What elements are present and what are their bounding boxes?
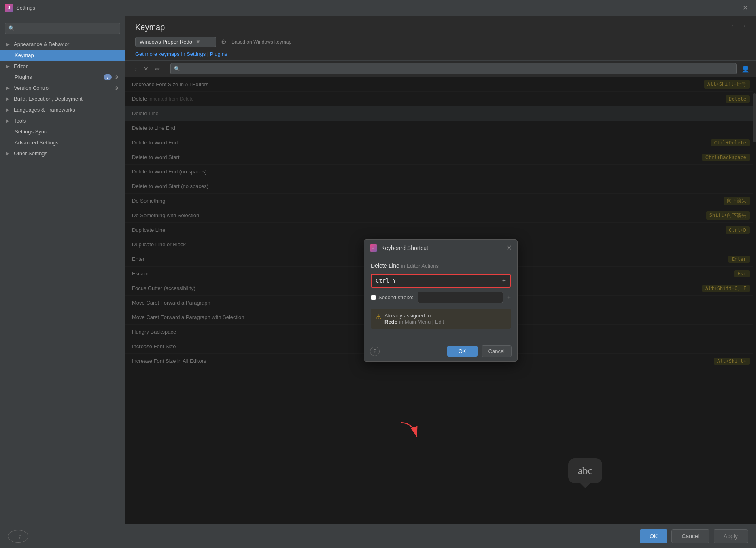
warning-section: ⚠ Already assigned to: Redo in Main Menu… — [371, 309, 511, 329]
second-stroke-checkbox-label[interactable]: Second stroke: — [371, 294, 414, 300]
bottom-buttons: OK Cancel Apply — [640, 529, 748, 543]
keyboard-shortcut-modal: J Keyboard Shortcut ✕ Delete Line in Edi… — [364, 239, 518, 362]
toolbar-search[interactable]: 🔍 — [170, 63, 737, 74]
keymap-dropdown[interactable]: Windows Proper Redo ▼ — [135, 37, 216, 47]
expand-arrow-icon: ▶ — [6, 64, 11, 68]
get-more-links: Get more keymaps in Settings | Plugins — [135, 51, 746, 57]
expand-arrow-icon: ▶ — [6, 86, 11, 90]
add-shortcut-button[interactable]: + — [502, 277, 506, 284]
nav-forward-button[interactable]: → — [741, 23, 746, 29]
second-stroke-row: Second stroke: + — [371, 292, 511, 303]
expand-all-button[interactable]: ↕ — [132, 64, 140, 74]
shortcut-input-row[interactable]: Ctrl+Y + — [371, 274, 511, 288]
expand-arrow-icon: ▶ — [6, 118, 11, 123]
sidebar: 🔍 ▶ Appearance & Behavior Keymap ▶ Edito… — [0, 16, 125, 524]
sidebar-item-label: Languages & Frameworks — [14, 107, 119, 113]
sidebar-item-label: Advanced Settings — [15, 140, 119, 146]
sidebar-item-tools[interactable]: ▶ Tools — [0, 115, 125, 126]
settings-icon[interactable]: ⚙ — [114, 85, 119, 91]
dropdown-arrow-icon: ▼ — [195, 39, 201, 45]
collapse-all-button[interactable]: ✕ — [141, 64, 151, 74]
sidebar-item-version-control[interactable]: ▶ Version Control ⚙ — [0, 83, 125, 93]
modal-title: Keyboard Shortcut — [381, 245, 502, 251]
second-stroke-input[interactable] — [418, 292, 503, 303]
plugins-settings-icon[interactable]: ⚙ — [114, 74, 119, 80]
sidebar-item-label: Tools — [14, 118, 119, 124]
modal-overlay: J Keyboard Shortcut ✕ Delete Line in Edi… — [125, 77, 756, 524]
shortcut-value: Ctrl+Y — [376, 277, 499, 284]
modal-help-button[interactable]: ? — [370, 347, 380, 356]
modal-ok-button[interactable]: OK — [447, 346, 478, 357]
user-icon[interactable]: 👤 — [741, 65, 750, 73]
expand-arrow-icon: ▶ — [6, 151, 11, 156]
nav-back-button[interactable]: ← — [731, 23, 736, 29]
apply-button[interactable]: Apply — [714, 529, 748, 543]
page-title: Keymap — [135, 23, 165, 32]
window-title: Settings — [16, 5, 35, 11]
sidebar-item-keymap[interactable]: Keymap — [0, 50, 125, 61]
sidebar-item-label: Settings Sync — [15, 129, 119, 135]
plugins-badge: 7 — [104, 74, 112, 80]
sidebar-item-languages-frameworks[interactable]: ▶ Languages & Frameworks — [0, 104, 125, 115]
search-icon: 🔍 — [174, 66, 180, 72]
sidebar-item-plugins[interactable]: Plugins 7 ⚙ — [0, 72, 125, 83]
modal-cancel-button[interactable]: Cancel — [482, 345, 512, 357]
title-bar: J Settings ✕ — [0, 0, 756, 16]
cancel-button[interactable]: Cancel — [671, 529, 709, 543]
sidebar-item-build-execution[interactable]: ▶ Build, Execution, Deployment — [0, 93, 125, 104]
bottom-bar: ? OK Cancel Apply — [0, 524, 756, 548]
warning-icon: ⚠ — [376, 313, 381, 321]
app-icon: J — [5, 4, 13, 12]
expand-arrow-icon: ▶ — [6, 108, 11, 112]
sidebar-item-label: Editor — [14, 63, 119, 69]
keymap-list: Decrease Font Size in All Editors Alt+Sh… — [125, 77, 756, 524]
sidebar-item-editor[interactable]: ▶ Editor — [0, 61, 125, 72]
expand-arrow-icon: ▶ — [6, 42, 11, 47]
modal-footer: ? OK Cancel — [364, 341, 517, 361]
arrow-annotation — [393, 419, 425, 443]
sidebar-item-appearance-behavior[interactable]: ▶ Appearance & Behavior — [0, 39, 125, 50]
based-on-label: Based on Windows keymap — [231, 39, 291, 45]
content-area: Keymap ← → Windows Proper Redo ▼ ⚙ Based… — [125, 16, 756, 524]
sidebar-item-other-settings[interactable]: ▶ Other Settings — [0, 148, 125, 159]
sidebar-item-label: Keymap — [15, 52, 119, 58]
get-more-settings-link[interactable]: Get more keymaps in Settings — [135, 51, 206, 57]
title-bar-left: J Settings — [5, 4, 35, 12]
keymap-controls: Windows Proper Redo ▼ ⚙ Based on Windows… — [135, 37, 746, 47]
sidebar-item-label: Version Control — [14, 85, 112, 91]
abc-tooltip: abc — [568, 458, 602, 483]
sidebar-search[interactable]: 🔍 — [5, 23, 120, 34]
main-layout: 🔍 ▶ Appearance & Behavior Keymap ▶ Edito… — [0, 16, 756, 524]
sidebar-item-label: Plugins — [15, 74, 101, 80]
sidebar-item-label: Other Settings — [14, 150, 119, 157]
content-header: Keymap ← → Windows Proper Redo ▼ ⚙ Based… — [125, 16, 756, 61]
modal-app-icon: J — [370, 244, 377, 252]
modal-body: Delete Line in Editor Actions Ctrl+Y + S… — [364, 256, 517, 341]
sidebar-item-label: Appearance & Behavior — [14, 41, 119, 47]
second-stroke-checkbox[interactable] — [371, 295, 376, 300]
modal-action-name: Delete Line in Editor Actions — [371, 262, 511, 269]
modal-close-button[interactable]: ✕ — [506, 244, 512, 252]
ok-button[interactable]: OK — [640, 529, 667, 543]
sidebar-item-advanced-settings[interactable]: Advanced Settings — [0, 137, 125, 148]
edit-button[interactable]: ✏ — [153, 64, 162, 74]
sidebar-item-label: Build, Execution, Deployment — [14, 96, 119, 102]
sidebar-item-settings-sync[interactable]: Settings Sync — [0, 126, 125, 137]
second-stroke-add-button[interactable]: + — [507, 294, 511, 301]
modal-title-bar: J Keyboard Shortcut ✕ — [364, 240, 517, 256]
keymap-gear-icon[interactable]: ⚙ — [221, 38, 227, 46]
search-icon: 🔍 — [8, 25, 15, 31]
help-button[interactable]: ? — [8, 530, 28, 543]
expand-arrow-icon: ▶ — [6, 97, 11, 101]
keymap-value: Windows Proper Redo — [140, 39, 192, 45]
warning-text: Already assigned to: Redo in Main Menu |… — [384, 313, 444, 325]
close-button[interactable]: ✕ — [739, 2, 751, 13]
keymap-toolbar: ↕ ✕ ✏ 🔍 👤 — [125, 61, 756, 77]
plugins-link[interactable]: Plugins — [210, 51, 227, 57]
